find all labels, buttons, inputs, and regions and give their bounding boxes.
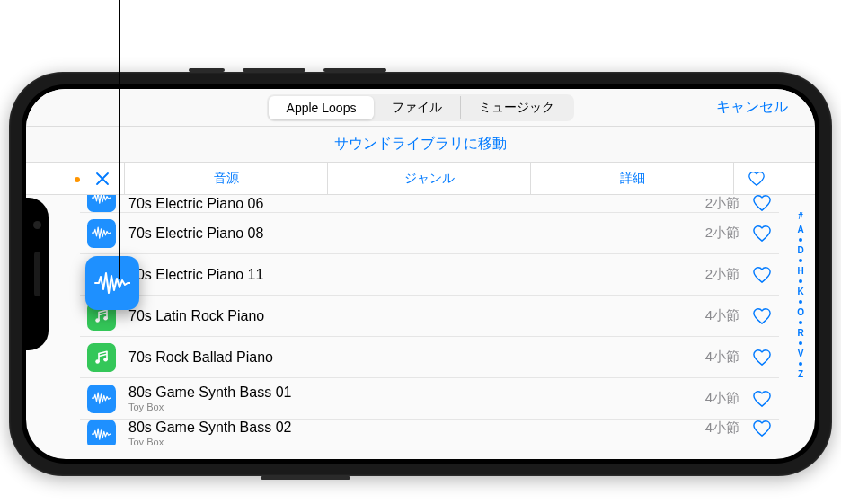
filter-tab-descriptors[interactable]: 詳細 xyxy=(531,163,734,194)
close-icon xyxy=(95,172,110,186)
loop-length: 4小節 xyxy=(705,307,739,324)
loop-list[interactable]: 70s Electric Piano 062小節70s Electric Pia… xyxy=(26,195,815,445)
segment-files[interactable]: ファイル xyxy=(374,96,461,119)
waveform-icon xyxy=(87,420,116,445)
favorite-button[interactable] xyxy=(752,266,772,284)
waveform-icon xyxy=(87,195,116,212)
index-letter[interactable]: D xyxy=(797,244,803,256)
filter-tab-genre[interactable]: ジャンル xyxy=(328,163,531,194)
loop-title: 80s Game Synth Bass 01 xyxy=(128,385,705,401)
music-note-icon xyxy=(87,343,116,372)
index-letter[interactable]: O xyxy=(797,306,804,318)
index-dot[interactable] xyxy=(799,362,802,366)
svg-point-3 xyxy=(103,358,108,362)
phone-frame: Apple Loops ファイル ミュージック キャンセル サウンドライブラリに… xyxy=(9,72,832,476)
index-letter[interactable]: # xyxy=(798,210,803,222)
waveform-icon xyxy=(94,271,130,295)
screen: Apple Loops ファイル ミュージック キャンセル サウンドライブラリに… xyxy=(26,89,815,459)
alphabet-index[interactable]: #ADHKORVZ xyxy=(797,210,804,380)
loop-title: 70s Electric Piano 08 xyxy=(128,225,705,242)
index-letter[interactable]: A xyxy=(797,224,803,235)
favorite-button[interactable] xyxy=(752,225,772,243)
favorite-button[interactable] xyxy=(752,349,772,367)
loop-length: 4小節 xyxy=(705,390,739,407)
index-dot[interactable] xyxy=(799,238,802,242)
favorite-button[interactable] xyxy=(752,307,772,325)
filter-bar: 音源 ジャンル 詳細 xyxy=(26,163,815,195)
loop-title: 80s Game Synth Bass 02 xyxy=(128,420,705,436)
loop-length: 4小節 xyxy=(705,420,739,437)
index-letter[interactable]: Z xyxy=(798,368,803,380)
header-bar: Apple Loops ファイル ミュージック キャンセル xyxy=(26,89,815,127)
cancel-button[interactable]: キャンセル xyxy=(716,98,788,117)
favorite-button[interactable] xyxy=(752,195,772,212)
index-letter[interactable]: K xyxy=(797,286,803,297)
loop-subtitle: Toy Box xyxy=(128,437,705,445)
loop-title: 70s Electric Piano 06 xyxy=(128,196,705,212)
list-item[interactable]: 70s Electric Piano 062小節 xyxy=(80,195,779,213)
loop-drag-handle[interactable] xyxy=(85,256,139,310)
list-item[interactable]: 80s Game Synth Bass 01Toy Box4小節 xyxy=(80,378,779,420)
loop-length: 2小節 xyxy=(705,225,739,242)
loop-length: 4小節 xyxy=(705,349,739,366)
index-dot[interactable] xyxy=(799,300,802,304)
favorite-button[interactable] xyxy=(752,390,772,408)
loop-title: 70s Latin Rock Piano xyxy=(128,308,705,324)
waveform-icon xyxy=(87,385,116,413)
waveform-icon xyxy=(87,219,116,248)
list-item[interactable]: 70s Electric Piano 112小節 xyxy=(80,254,779,296)
segment-music[interactable]: ミュージック xyxy=(461,96,572,119)
filter-favorites-button[interactable] xyxy=(734,163,779,194)
heart-icon xyxy=(748,171,766,187)
svg-point-2 xyxy=(95,359,100,364)
notch xyxy=(26,198,49,350)
list-item[interactable]: 70s Latin Rock Piano4小節 xyxy=(80,296,779,337)
index-dot[interactable] xyxy=(799,321,802,324)
loop-title: 70s Rock Ballad Piano xyxy=(128,349,705,366)
go-to-sound-library-link[interactable]: サウンドライブラリに移動 xyxy=(26,127,815,163)
index-dot[interactable] xyxy=(799,279,802,283)
index-letter[interactable]: V xyxy=(798,348,804,359)
index-letter[interactable]: H xyxy=(797,265,803,277)
index-letter[interactable]: R xyxy=(797,327,803,339)
favorite-button[interactable] xyxy=(752,420,772,438)
source-segmented-control[interactable]: Apple Loops ファイル ミュージック xyxy=(267,94,575,121)
index-dot[interactable] xyxy=(799,259,802,262)
loop-length: 2小節 xyxy=(705,195,739,212)
list-item[interactable]: 70s Rock Ballad Piano4小節 xyxy=(80,337,779,378)
loop-title: 70s Electric Piano 11 xyxy=(128,267,705,283)
segment-apple-loops[interactable]: Apple Loops xyxy=(269,96,375,119)
index-dot[interactable] xyxy=(799,341,802,345)
svg-point-1 xyxy=(103,316,108,321)
svg-point-0 xyxy=(95,318,100,323)
loop-subtitle: Toy Box xyxy=(128,402,705,412)
filter-tab-instrument[interactable]: 音源 xyxy=(125,163,328,194)
list-item[interactable]: 70s Electric Piano 082小節 xyxy=(80,213,779,254)
list-item[interactable]: 80s Game Synth Bass 02Toy Box4小節 xyxy=(80,420,779,445)
recording-indicator-dot xyxy=(75,177,80,182)
loop-length: 2小節 xyxy=(705,266,739,283)
